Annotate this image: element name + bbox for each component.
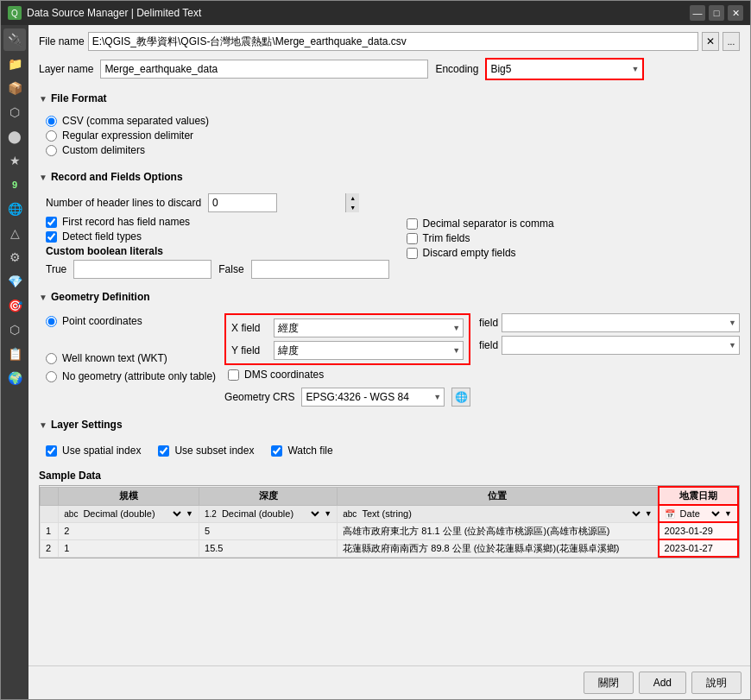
first-record-checkbox[interactable] — [46, 217, 57, 228]
header-lines-label: Number of header lines to discard — [46, 197, 201, 209]
detect-types-checkbox[interactable] — [46, 231, 57, 243]
type-arrow-1-icon: ▼ — [186, 509, 193, 518]
toolbar-raster-icon[interactable]: 📦 — [3, 77, 26, 99]
m-field-select[interactable] — [502, 336, 740, 355]
toolbar-mesh-icon[interactable]: ⬡ — [3, 101, 26, 123]
encoding-wrapper: Big5 UTF-8 GBK ISO-8859-1 ▼ — [485, 58, 644, 80]
csv-radio[interactable] — [46, 116, 57, 127]
toolbar-hex-icon[interactable]: ⬡ — [3, 318, 26, 341]
spinbox-down-button[interactable]: ▼ — [345, 203, 359, 212]
spinbox-up-button[interactable]: ▲ — [345, 193, 359, 203]
true-input[interactable] — [73, 260, 211, 279]
file-clear-button[interactable]: ✕ — [702, 32, 719, 51]
type-select-3[interactable]: Text (string) — [358, 508, 642, 520]
layer-settings-header: ▼ Layer Settings — [39, 419, 740, 431]
layer-name-input[interactable] — [100, 60, 428, 79]
detect-types-row: Detect field types — [46, 230, 389, 243]
type-select-4[interactable]: Date — [677, 508, 723, 520]
record-fields-right-col: Decimal separator is comma Trim fields D… — [407, 193, 740, 279]
dms-row: DMS coordinates — [224, 369, 470, 381]
table-body: 1 2 5 高雄市政府東北方 81.1 公里 (位於高雄市桃源區)(高雄市桃源區… — [41, 522, 739, 557]
crs-pick-button[interactable]: 🌐 — [451, 388, 470, 407]
false-input[interactable] — [251, 260, 389, 279]
first-record-label: First record has field names — [62, 216, 190, 228]
close-dialog-button[interactable]: 關閉 — [584, 672, 634, 694]
xy-red-box: X field 經度 ▼ — [224, 313, 470, 365]
discard-empty-checkbox[interactable] — [407, 248, 418, 259]
table-col-4: 地震日期 — [659, 487, 738, 505]
row1-col1: 2 — [59, 522, 199, 539]
maximize-button[interactable]: □ — [709, 5, 724, 21]
content-area: File name ✕ ... Layer name Encoding Big5… — [28, 25, 750, 699]
minimize-button[interactable]: — — [690, 5, 705, 21]
toolbar-globe-icon[interactable]: 🌐 — [3, 198, 26, 220]
toolbar-earth-icon[interactable]: 🌍 — [3, 367, 26, 389]
point-coords-container: Point coordinates Well known text (WKT) … — [46, 313, 740, 407]
toolbar-datasource-icon[interactable]: 🔌 — [3, 28, 26, 51]
title-bar: Q Data Source Manager | Delimited Text —… — [1, 1, 750, 25]
row2-col4: 2023-01-27 — [659, 539, 738, 557]
spatial-index-label: Use spatial index — [62, 445, 141, 457]
wkt-radio[interactable] — [46, 353, 57, 364]
y-field-select[interactable]: 緯度 — [274, 341, 464, 360]
discard-empty-label: Discard empty fields — [423, 247, 516, 259]
toolbar-target-icon[interactable]: 🎯 — [3, 294, 26, 317]
no-geo-radio[interactable] — [46, 371, 57, 382]
bottom-bar: 關閉 Add 說明 — [28, 665, 750, 699]
trim-fields-checkbox[interactable] — [407, 233, 418, 244]
main-layout: 🔌 📁 📦 ⬡ ⬤ ★ 9 🌐 △ ⚙ 💎 🎯 ⬡ 📋 🌍 File name — [1, 25, 750, 699]
spatial-index-checkbox[interactable] — [46, 445, 57, 457]
x-field-select[interactable]: 經度 — [274, 318, 464, 337]
toolbar-clipboard-icon[interactable]: 📋 — [3, 343, 26, 365]
toolbar-vector-icon[interactable]: 📁 — [3, 53, 26, 75]
toolbar-point-icon[interactable]: ⬤ — [3, 125, 26, 148]
wkt-radio-row: Well known text (WKT) — [46, 352, 216, 364]
dms-checkbox[interactable] — [228, 369, 239, 381]
calendar-icon-4: 📅 — [665, 509, 675, 519]
regex-radio[interactable] — [46, 130, 57, 142]
type-arrow-4-icon: ▼ — [724, 509, 732, 518]
decimal-sep-label: Decimal separator is comma — [423, 218, 554, 230]
table-col-2: 深度 — [199, 487, 338, 505]
layer-settings-body: Use spatial index Use subset index Watch… — [39, 438, 740, 466]
add-button[interactable]: Add — [639, 672, 686, 694]
no-geo-radio-row: No geometry (attribute only table) — [46, 370, 216, 382]
decimal-sep-checkbox[interactable] — [407, 218, 418, 230]
toolbar-settings-icon[interactable]: ⚙ — [3, 246, 26, 268]
point-radio[interactable] — [46, 316, 57, 327]
type-select-1[interactable]: Decimal (double) — [79, 508, 184, 520]
close-button[interactable]: ✕ — [728, 5, 743, 21]
regex-label: Regular expression delimiter — [62, 129, 193, 142]
file-input[interactable] — [88, 32, 698, 51]
layer-settings-label: Layer Settings — [51, 419, 123, 431]
csv-label: CSV (comma separated values) — [62, 115, 209, 127]
toolbar-9-icon[interactable]: 9 — [3, 173, 26, 196]
sample-table-wrapper[interactable]: 規模 深度 位置 地震日期 — [39, 485, 740, 558]
help-button[interactable]: 說明 — [691, 672, 742, 694]
false-label: False — [218, 263, 243, 275]
y-field-label: Y field — [231, 344, 270, 356]
toolbar-star-icon[interactable]: ★ — [3, 149, 26, 172]
watch-file-checkbox[interactable] — [271, 445, 282, 457]
encoding-select[interactable]: Big5 UTF-8 GBK ISO-8859-1 — [487, 60, 642, 79]
file-format-label: File Format — [51, 92, 107, 104]
file-more-button[interactable]: ... — [723, 32, 740, 51]
type-select-2[interactable]: Decimal (double) — [218, 508, 322, 520]
z-field-select[interactable] — [502, 313, 740, 332]
table-type-2: 1.2 Decimal (double) ▼ — [199, 505, 338, 522]
custom-bool-label: Custom boolean literals — [46, 245, 163, 257]
record-fields-two-col: Number of header lines to discard ▲ ▼ — [46, 193, 740, 279]
trim-fields-row: Trim fields — [407, 232, 740, 244]
toolbar-triangle-icon[interactable]: △ — [3, 222, 26, 244]
spacer — [407, 193, 740, 218]
zm-fields-group: field ▼ field — [479, 313, 740, 355]
toolbar-gem-icon[interactable]: 💎 — [3, 270, 26, 293]
discard-empty-row: Discard empty fields — [407, 247, 740, 259]
table-col-1: 規模 — [59, 487, 199, 505]
custom-radio[interactable] — [46, 145, 57, 156]
subset-index-checkbox[interactable] — [158, 445, 169, 457]
header-lines-input[interactable] — [209, 195, 345, 211]
table-type-4: 📅 Date ▼ — [659, 505, 738, 522]
layer-settings-triangle-icon: ▼ — [39, 420, 47, 430]
crs-select[interactable]: EPSG:4326 - WGS 84 EPSG:3857 — [301, 388, 445, 407]
